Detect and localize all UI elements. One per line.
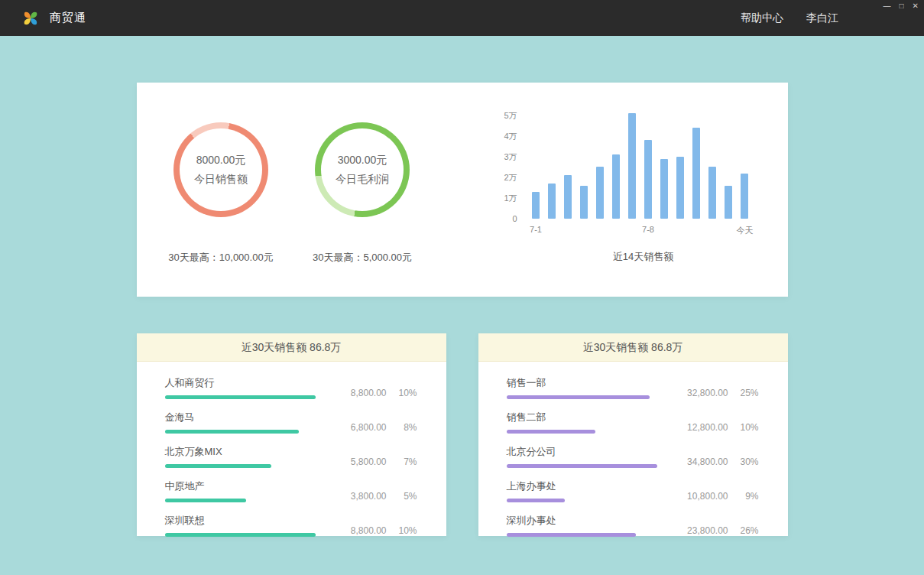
ranking-item-bar bbox=[507, 464, 657, 468]
bar-column bbox=[673, 157, 689, 219]
ranking-item-name: 上海办事处 bbox=[507, 479, 657, 493]
bar-column bbox=[576, 186, 592, 219]
ranking-row-left: 销售一部 bbox=[507, 376, 657, 399]
y-axis-tick: 4万 bbox=[498, 131, 517, 142]
ranking-row: 近30天销售额 86.8万 人和商贸行8,800.0010%金海马6,800.0… bbox=[137, 333, 788, 536]
ranking-row-item: 北京分公司34,800.0030% bbox=[507, 445, 759, 468]
ranking-item-name: 销售一部 bbox=[507, 376, 657, 390]
ranking-row-left: 北京万象MIX bbox=[165, 445, 316, 468]
ranking-item-percent: 10% bbox=[396, 388, 417, 398]
today-sales-gauge: 8000.00元 今日销售额 30天最高：10,000.00元 bbox=[158, 122, 284, 297]
sales-donut-ring: 8000.00元 今日销售额 bbox=[173, 122, 268, 217]
x-axis-tick bbox=[608, 225, 624, 236]
maximize-button[interactable]: □ bbox=[900, 2, 904, 11]
app-title: 商贸通 bbox=[50, 11, 86, 25]
ranking-item-name: 销售二部 bbox=[507, 411, 657, 424]
ranking-row-right: 32,800.0025% bbox=[678, 388, 759, 399]
ranking-item-name: 北京分公司 bbox=[507, 445, 657, 459]
bar bbox=[628, 113, 636, 219]
ranking-item-bar bbox=[165, 499, 246, 502]
ranking-item-bar bbox=[165, 395, 316, 399]
bar bbox=[708, 167, 716, 219]
ranking-item-value: 32,800.00 bbox=[678, 388, 728, 398]
ranking-row-item: 北京万象MIX5,800.007% bbox=[165, 445, 417, 468]
bar-column bbox=[528, 192, 544, 219]
x-axis-tick bbox=[673, 225, 689, 236]
bar-column bbox=[657, 159, 673, 219]
bar-column bbox=[689, 128, 705, 219]
ranking-item-bar bbox=[507, 533, 636, 537]
profit-30day-max: 30天最高：5,000.00元 bbox=[300, 251, 426, 265]
ranking-item-name: 北京万象MIX bbox=[165, 445, 316, 459]
ranking-item-bar bbox=[165, 430, 299, 434]
bar bbox=[676, 157, 684, 219]
x-axis-tick bbox=[705, 225, 721, 236]
ranking-row-item: 人和商贸行8,800.0010% bbox=[165, 376, 417, 399]
ranking-item-percent: 25% bbox=[738, 388, 759, 398]
help-center-link[interactable]: 帮助中心 bbox=[741, 11, 783, 25]
ranking-row-right: 23,800.0026% bbox=[678, 525, 759, 537]
x-axis-tick bbox=[560, 225, 576, 236]
bar-column bbox=[624, 113, 640, 219]
x-axis-tick bbox=[689, 225, 705, 236]
x-axis-tick: 7-8 bbox=[640, 225, 657, 236]
ranking-row-right: 8,800.0010% bbox=[336, 525, 417, 537]
ranking-row-right: 3,800.005% bbox=[336, 491, 417, 502]
x-axis-tick bbox=[657, 225, 673, 236]
ranking-item-bar bbox=[507, 395, 650, 399]
sales-donut-center: 8000.00元 今日销售额 bbox=[180, 128, 262, 211]
ranking-item-bar bbox=[165, 533, 316, 537]
ranking-item-name: 中原地产 bbox=[165, 479, 316, 493]
ranking-item-percent: 10% bbox=[396, 525, 417, 536]
today-profit-gauge: 3000.00元 今日毛利润 30天最高：5,000.00元 bbox=[300, 122, 426, 297]
ranking-item-percent: 8% bbox=[396, 422, 417, 433]
window-controls: — □ ✕ bbox=[883, 2, 919, 11]
bar bbox=[725, 186, 732, 219]
ranking-row-item: 销售一部32,800.0025% bbox=[507, 376, 759, 399]
bar-column bbox=[705, 167, 721, 219]
x-axis-tick bbox=[576, 225, 592, 236]
ranking-item-bar bbox=[507, 499, 566, 502]
ranking-item-percent: 30% bbox=[738, 456, 759, 467]
ranking-item-value: 6,800.00 bbox=[336, 422, 387, 433]
bar bbox=[612, 154, 620, 219]
ranking-row-left: 销售二部 bbox=[507, 411, 657, 434]
bar-chart-plot: 01万2万3万4万5万 bbox=[498, 112, 759, 219]
bar-column bbox=[544, 184, 560, 219]
ranking-row-item: 中原地产3,800.005% bbox=[165, 479, 417, 502]
ranking-item-percent: 10% bbox=[738, 422, 759, 433]
close-button[interactable]: ✕ bbox=[913, 2, 919, 11]
y-axis-tick: 2万 bbox=[498, 172, 517, 184]
department-ranking-card: 近30天销售额 86.8万 销售一部32,800.0025%销售二部12,800… bbox=[478, 333, 788, 536]
bar-chart-y-axis: 01万2万3万4万5万 bbox=[498, 112, 517, 219]
ranking-item-name: 金海马 bbox=[165, 411, 316, 424]
ranking-row-left: 上海办事处 bbox=[507, 479, 657, 502]
x-axis-tick: 7-1 bbox=[528, 225, 544, 236]
sales-value: 8000.00元 bbox=[180, 154, 262, 167]
bar-chart-x-axis: 7-17-8今天 bbox=[498, 225, 759, 236]
customer-ranking-title: 近30天销售额 86.8万 bbox=[137, 333, 446, 362]
y-axis-tick: 5万 bbox=[498, 110, 517, 122]
ranking-row-right: 8,800.0010% bbox=[336, 388, 417, 399]
profit-value: 3000.00元 bbox=[321, 154, 404, 167]
sales-14day-chart: 01万2万3万4万5万 7-17-8今天 近14天销售额 bbox=[498, 112, 759, 297]
bar-column bbox=[608, 154, 624, 219]
sales-30day-max: 30天最高：10,000.00元 bbox=[158, 251, 284, 265]
bar bbox=[644, 140, 652, 219]
y-axis-tick: 0 bbox=[498, 214, 517, 223]
bar bbox=[596, 167, 604, 219]
bar-column bbox=[592, 167, 608, 219]
minimize-button[interactable]: — bbox=[883, 2, 891, 11]
summary-card: 8000.00元 今日销售额 30天最高：10,000.00元 3000.00元… bbox=[137, 83, 788, 297]
ranking-row-right: 12,800.0010% bbox=[678, 422, 759, 434]
ranking-item-percent: 5% bbox=[396, 491, 417, 502]
ranking-item-value: 8,800.00 bbox=[336, 388, 387, 398]
ranking-row-item: 深圳联想8,800.0010% bbox=[165, 514, 417, 537]
ranking-item-name: 深圳联想 bbox=[165, 514, 316, 528]
profit-donut-ring: 3000.00元 今日毛利润 bbox=[315, 122, 410, 217]
user-name-link[interactable]: 李白江 bbox=[806, 11, 838, 25]
ranking-item-value: 23,800.00 bbox=[678, 525, 728, 536]
ranking-row-left: 深圳办事处 bbox=[507, 514, 657, 537]
x-axis-tick: 今天 bbox=[737, 225, 753, 236]
profit-donut-center: 3000.00元 今日毛利润 bbox=[321, 128, 404, 211]
